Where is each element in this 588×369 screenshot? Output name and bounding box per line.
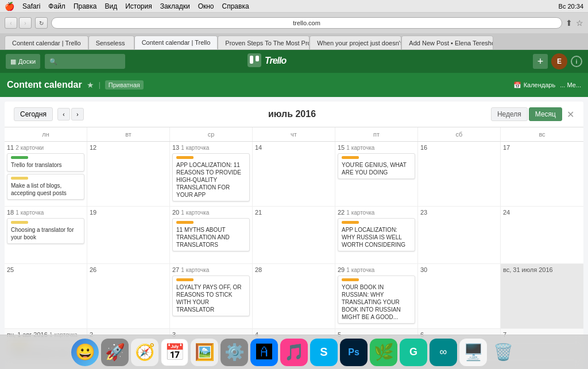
card-item[interactable]: LOYALTY PAYS OFF, OR REASONS TO STICK WI…	[172, 275, 250, 316]
card-label	[11, 177, 28, 180]
dock-evernote[interactable]: 🌿	[370, 339, 397, 366]
cell-number: 30	[420, 266, 498, 273]
cal-cell-20[interactable]: 20 1 карточка11 MYTHS ABOUT TRANSLATION …	[170, 207, 253, 264]
cal-cell-12[interactable]: 12	[87, 142, 170, 207]
cal-cell-17[interactable]: 17	[501, 142, 583, 207]
cal-cell-11[interactable]: 11 2 карточкиTrello for translatorsMake …	[5, 142, 87, 207]
dock-itunes[interactable]: 🎵	[280, 339, 308, 366]
card-item[interactable]: Trello for translators	[7, 153, 84, 172]
card-text: YOU'RE GENIUS, WHAT ARE YOU DOING	[342, 161, 411, 176]
tab-1-label: Content calendar | Trello	[12, 40, 81, 46]
cal-cell-14[interactable]: 14	[253, 142, 335, 207]
dock-preview[interactable]: 🖥️	[459, 339, 487, 366]
calendar-days-header: лнвтсрчтптсбвс	[5, 127, 583, 142]
dock-launchpad[interactable]: 🚀	[101, 339, 129, 366]
tab-5[interactable]: When your project just doesn't "tak...	[310, 36, 401, 49]
cal-cell-16[interactable]: 16	[418, 142, 501, 207]
tab-6[interactable]: Add New Post • Elena Tereshchenko...	[401, 36, 493, 49]
dock-skype[interactable]: S	[310, 339, 338, 366]
search-bar[interactable]: 🔍	[45, 54, 125, 69]
info-button[interactable]: i	[571, 56, 582, 67]
cal-cell-22[interactable]: 22 1 карточкаAPP LOCALIZATION: WHY RUSSI…	[335, 207, 418, 264]
cal-cell-----31------2016[interactable]: вс, 31 июля 2016	[501, 264, 583, 329]
address-bar[interactable]: trello.com	[51, 17, 562, 29]
user-avatar[interactable]: E	[551, 53, 567, 69]
cal-cell-21[interactable]: 21	[253, 207, 335, 264]
dock-arduino[interactable]: ∞	[430, 339, 457, 366]
cell-number: 24	[503, 209, 581, 216]
card-item[interactable]: 11 MYTHS ABOUT TRANSLATION AND TRANSLATO…	[172, 218, 250, 251]
url-text: trello.com	[293, 20, 320, 26]
menu-bookmarks[interactable]: Закладки	[160, 2, 190, 10]
menu-file[interactable]: Файл	[48, 2, 65, 10]
add-card-button[interactable]: +	[533, 54, 548, 69]
card-label	[342, 156, 359, 159]
share-icon[interactable]: ⬆	[566, 18, 572, 28]
tab-1[interactable]: Content calendar | Trello	[5, 36, 88, 49]
tab-6-label: Add New Post • Elena Tereshchenko...	[409, 40, 493, 46]
tab-5-label: When your project just doesn't "tak...	[317, 40, 401, 46]
cal-cell-28[interactable]: 28	[253, 264, 335, 329]
cal-cell-18[interactable]: 18 1 карточкаChoosing a translator for y…	[5, 207, 87, 264]
cal-cell-19[interactable]: 19	[87, 207, 170, 264]
menu-edit[interactable]: Правка	[74, 2, 97, 10]
prev-month-button[interactable]: ‹	[57, 108, 70, 121]
forward-button[interactable]: ›	[19, 17, 32, 29]
cell-number: 15 1 карточка	[338, 144, 415, 151]
browser-icons: ⬆ ☆	[566, 18, 583, 28]
day-header-чт: чт	[253, 127, 335, 141]
cal-cell-25[interactable]: 25	[5, 264, 87, 329]
star-icon[interactable]: ★	[87, 80, 94, 90]
calendar-button[interactable]: 📅 Календарь	[513, 81, 556, 89]
close-calendar-button[interactable]: ✕	[567, 109, 574, 120]
dock-grammarly[interactable]: G	[400, 339, 427, 366]
dock-settings[interactable]: ⚙️	[220, 339, 248, 366]
dock-photoshop[interactable]: Ps	[340, 339, 368, 366]
tab-2[interactable]: Senseless	[88, 36, 134, 49]
back-button[interactable]: ‹	[5, 17, 17, 29]
calendar-month-title: июль 2016	[93, 109, 491, 119]
today-button[interactable]: Сегодня	[14, 107, 53, 121]
next-month-button[interactable]: ›	[71, 108, 84, 121]
menu-view[interactable]: Вид	[105, 2, 117, 10]
menu-help[interactable]: Справка	[222, 2, 249, 10]
card-item[interactable]: YOU'RE GENIUS, WHAT ARE YOU DOING	[338, 153, 415, 179]
cal-cell-27[interactable]: 27 1 карточкаLOYALTY PAYS OFF, OR REASON…	[170, 264, 253, 329]
board-header-right: 📅 Календарь ... Ме...	[513, 81, 581, 89]
dock-finder[interactable]: 😀	[71, 339, 99, 366]
apple-menu[interactable]: 🍎	[5, 2, 14, 11]
bookmark-icon[interactable]: ☆	[576, 18, 583, 28]
card-item[interactable]: Choosing a translator for your book	[7, 218, 84, 244]
dock: 😀 🚀 🧭 📅 🖼️ ⚙️ 🅰 🎵 S Ps 🌿 G ∞ 🖥️ 🗑️	[0, 335, 588, 369]
menu-window[interactable]: Окно	[198, 2, 214, 10]
tab-3-active[interactable]: Content calendar | Trello	[134, 36, 218, 49]
reload-button[interactable]: ↻	[35, 17, 48, 29]
week-view-button[interactable]: Неделя	[491, 107, 528, 121]
menu-history[interactable]: История	[125, 2, 152, 10]
card-item[interactable]: Make a list of blogs, accepting quest po…	[7, 174, 84, 200]
dock-photos[interactable]: 🖼️	[191, 339, 218, 366]
cal-cell-29[interactable]: 29 1 карточкаYOUR BOOK IN RUSSIAN: WHY T…	[335, 264, 418, 329]
tab-4[interactable]: Proven Steps To The Most Producti...	[218, 36, 310, 49]
dock-safari[interactable]: 🧭	[131, 339, 158, 366]
card-text: Trello for translators	[11, 161, 80, 169]
cal-cell-30[interactable]: 30	[418, 264, 501, 329]
month-view-button[interactable]: Месяц	[529, 107, 562, 121]
card-item[interactable]: APP LOCALIZATION: WHY RUSSIA IS WELL WOR…	[338, 218, 415, 251]
cal-cell-15[interactable]: 15 1 карточкаYOU'RE GENIUS, WHAT ARE YOU…	[335, 142, 418, 207]
more-button[interactable]: ... Ме...	[560, 81, 581, 88]
day-header-вт: вт	[87, 127, 170, 141]
cal-cell-23[interactable]: 23	[418, 207, 501, 264]
dock-trash[interactable]: 🗑️	[489, 339, 517, 366]
dock-appstore[interactable]: 🅰	[250, 339, 278, 366]
cal-cell-24[interactable]: 24	[501, 207, 583, 264]
cal-cell-26[interactable]: 26	[87, 264, 170, 329]
card-item[interactable]: YOUR BOOK IN RUSSIAN: WHY TRANSLATING YO…	[338, 275, 415, 324]
trello-logo-svg: Trello	[247, 53, 293, 67]
card-text: APP LOCALIZATION: WHY RUSSIA IS WELL WOR…	[342, 226, 411, 248]
dock-calendar[interactable]: 📅	[161, 339, 188, 366]
menu-safari[interactable]: Safari	[22, 2, 40, 10]
cal-cell-13[interactable]: 13 1 карточкаAPP LOCALIZATION: 11 REASON…	[170, 142, 253, 207]
card-item[interactable]: APP LOCALIZATION: 11 REASONS TO PROVIDE …	[172, 153, 250, 201]
boards-button[interactable]: ▦ Доски	[6, 54, 40, 69]
